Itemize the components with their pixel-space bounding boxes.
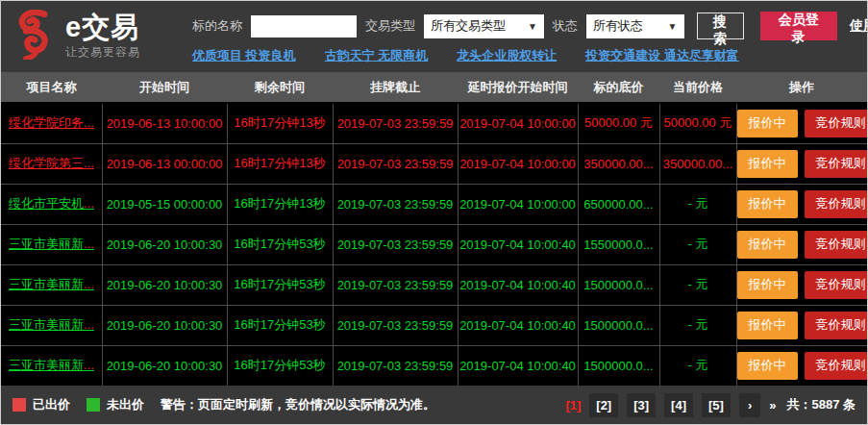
project-name-ellipsis: ... xyxy=(84,115,94,130)
header-controls: 标的名称 交易类型 所有交易类型 ▼ 状态 所有状态 ▼ 搜索 会员登录 使用帮… xyxy=(183,1,868,72)
help-link[interactable]: 使用帮助 xyxy=(850,17,868,35)
pagination-page-3[interactable]: [3] xyxy=(627,393,656,417)
pagination-page-2[interactable]: [2] xyxy=(589,393,618,417)
actions-cell: 报价中竞价规则 xyxy=(736,264,867,305)
project-name-link[interactable]: 三亚市美丽新... xyxy=(9,358,94,372)
delay-quote-start-cell: 2019-07-04 10:00:40 xyxy=(458,224,578,264)
auction-table-body: 绥化学院印务... 2019-06-13 10:00:00 16时17分钟13秒… xyxy=(1,103,867,386)
promo-link-equity-transfer[interactable]: 龙头企业股权转让 xyxy=(457,47,557,64)
start-time-cell: 2019-06-13 10:00:00 xyxy=(102,103,227,143)
current-price-cell: - 元 xyxy=(659,345,736,386)
bidding-rules-button[interactable]: 竞价规则 xyxy=(805,231,868,259)
table-row: 绥化市平安机... 2019-05-15 00:00:00 16时17分钟13秒… xyxy=(1,184,867,224)
chevron-down-icon: ▼ xyxy=(668,21,678,32)
listing-deadline-cell: 2019-07-03 23:59:59 xyxy=(333,224,458,264)
start-time-cell: 2019-06-20 10:00:30 xyxy=(102,345,227,386)
logo-text: e交易 让交易更容易 xyxy=(65,12,140,60)
current-price-cell: - 元 xyxy=(659,305,736,345)
listing-deadline-cell: 2019-07-03 23:59:59 xyxy=(333,305,458,345)
actions-cell: 报价中竞价规则 xyxy=(736,184,867,224)
quoting-button[interactable]: 报价中 xyxy=(737,190,798,218)
project-name: 绥化学院印务 xyxy=(9,115,84,130)
project-name-ellipsis: ... xyxy=(84,358,94,372)
project-name: 三亚市美丽新 xyxy=(9,237,84,251)
remaining-time-cell: 16时17分钟53秒 xyxy=(227,305,333,345)
table-row: 三亚市美丽新... 2019-06-20 10:00:30 16时17分钟53秒… xyxy=(1,224,867,264)
pagination-page-4[interactable]: [4] xyxy=(664,393,693,417)
bidding-rules-button[interactable]: 竞价规则 xyxy=(805,190,868,218)
member-login-button[interactable]: 会员登录 xyxy=(760,12,837,40)
search-bar: 标的名称 交易类型 所有交易类型 ▼ 状态 所有状态 ▼ 搜索 会员登录 使用帮… xyxy=(192,12,868,40)
remaining-time-cell: 16时17分钟13秒 xyxy=(227,103,333,143)
bidding-rules-button[interactable]: 竞价规则 xyxy=(805,150,868,178)
site-title: e交易 xyxy=(65,12,140,41)
project-name-link[interactable]: 绥化学院第三... xyxy=(9,156,94,170)
actions-cell: 报价中竞价规则 xyxy=(736,103,867,143)
quoting-button[interactable]: 报价中 xyxy=(737,231,798,259)
pagination-page-5[interactable]: [5] xyxy=(702,393,731,417)
promo-links: 优质项目 投资良机 古韵天宁 无限商机 龙头企业股权转让 投资交通建设 通达尽享… xyxy=(192,47,868,64)
subject-name-label: 标的名称 xyxy=(192,17,242,35)
bidding-rules-button[interactable]: 竞价规则 xyxy=(805,271,868,299)
col-current-price: 当前价格 xyxy=(659,72,736,103)
site-logo[interactable]: e交易 让交易更容易 xyxy=(14,1,183,72)
base-price-cell: 1500000.0... xyxy=(578,264,659,305)
project-name: 三亚市美丽新 xyxy=(9,277,84,291)
start-time-cell: 2019-06-20 10:00:30 xyxy=(102,305,227,345)
listing-deadline-cell: 2019-07-03 23:59:59 xyxy=(333,143,458,184)
project-name: 三亚市美丽新 xyxy=(9,317,84,332)
quoting-button[interactable]: 报价中 xyxy=(737,271,798,299)
bidding-rules-button[interactable]: 竞价规则 xyxy=(805,352,868,380)
quoting-button[interactable]: 报价中 xyxy=(737,312,798,339)
project-name-cell: 绥化市平安机... xyxy=(1,184,102,224)
unbid-legend-swatch xyxy=(87,398,100,412)
pagination-last-icon[interactable]: » xyxy=(769,398,776,412)
project-name-ellipsis: ... xyxy=(84,196,94,211)
base-price-cell: 1500000.0... xyxy=(578,345,659,386)
table-row: 三亚市美丽新... 2019-06-20 10:00:30 16时17分钟53秒… xyxy=(1,305,867,345)
col-start-time: 开始时间 xyxy=(102,72,227,103)
pagination-page-1[interactable]: [1] xyxy=(565,398,581,412)
pagination-next-icon[interactable]: › xyxy=(739,393,760,417)
search-button[interactable]: 搜索 xyxy=(697,12,744,39)
quoting-button[interactable]: 报价中 xyxy=(737,150,798,178)
listing-deadline-cell: 2019-07-03 23:59:59 xyxy=(333,345,458,386)
project-name-cell: 三亚市美丽新... xyxy=(1,345,102,386)
subject-name-input[interactable] xyxy=(251,15,357,38)
col-project-name: 项目名称 xyxy=(1,72,102,103)
project-name-cell: 三亚市美丽新... xyxy=(1,224,102,264)
project-name-link[interactable]: 三亚市美丽新... xyxy=(9,237,94,251)
bid-legend-label: 已出价 xyxy=(33,396,70,413)
col-listing-deadline: 挂牌截止 xyxy=(333,72,458,103)
status-value: 所有状态 xyxy=(593,17,643,35)
delay-quote-start-cell: 2019-07-04 10:00:00 xyxy=(458,103,578,143)
auction-table-head: 项目名称 开始时间 剩余时间 挂牌截止 延时报价开始时间 标的底价 当前价格 操… xyxy=(1,72,867,103)
project-name: 绥化学院第三 xyxy=(9,156,84,170)
start-time-cell: 2019-06-20 10:00:30 xyxy=(102,264,227,305)
listing-deadline-cell: 2019-07-03 23:59:59 xyxy=(333,264,458,305)
quoting-button[interactable]: 报价中 xyxy=(737,352,798,380)
promo-link-quality-projects[interactable]: 优质项目 投资良机 xyxy=(192,47,296,64)
status-select[interactable]: 所有状态 ▼ xyxy=(586,14,684,38)
remaining-time-cell: 16时17分钟13秒 xyxy=(227,184,333,224)
project-name-link[interactable]: 三亚市美丽新... xyxy=(9,277,94,291)
project-name-ellipsis: ... xyxy=(84,237,94,251)
table-row: 三亚市美丽新... 2019-06-20 10:00:30 16时17分钟53秒… xyxy=(1,264,867,305)
project-name-link[interactable]: 绥化市平安机... xyxy=(9,196,94,211)
current-price-cell: - 元 xyxy=(659,184,736,224)
promo-link-guyun-tianning[interactable]: 古韵天宁 无限商机 xyxy=(325,47,429,64)
project-name-link[interactable]: 绥化学院印务... xyxy=(9,115,94,130)
bidding-rules-button[interactable]: 竞价规则 xyxy=(805,312,868,339)
current-price-cell: - 元 xyxy=(659,264,736,305)
quoting-button[interactable]: 报价中 xyxy=(737,110,798,138)
delay-quote-start-cell: 2019-07-04 10:00:40 xyxy=(458,264,578,305)
actions-cell: 报价中竞价规则 xyxy=(736,224,867,264)
transaction-type-select[interactable]: 所有交易类型 ▼ xyxy=(424,14,544,38)
project-name-link[interactable]: 三亚市美丽新... xyxy=(9,317,94,332)
bidding-rules-button[interactable]: 竞价规则 xyxy=(805,110,868,138)
delay-quote-start-cell: 2019-07-04 10:00:00 xyxy=(458,184,578,224)
promo-link-transport-invest[interactable]: 投资交通建设 通达尽享财富 xyxy=(585,47,739,64)
project-name-cell: 绥化学院第三... xyxy=(1,143,102,184)
refresh-warning-text: 警告：页面定时刷新，竞价情况以实际情况为准。 xyxy=(161,396,435,413)
col-delay-quote-start: 延时报价开始时间 xyxy=(458,72,578,103)
